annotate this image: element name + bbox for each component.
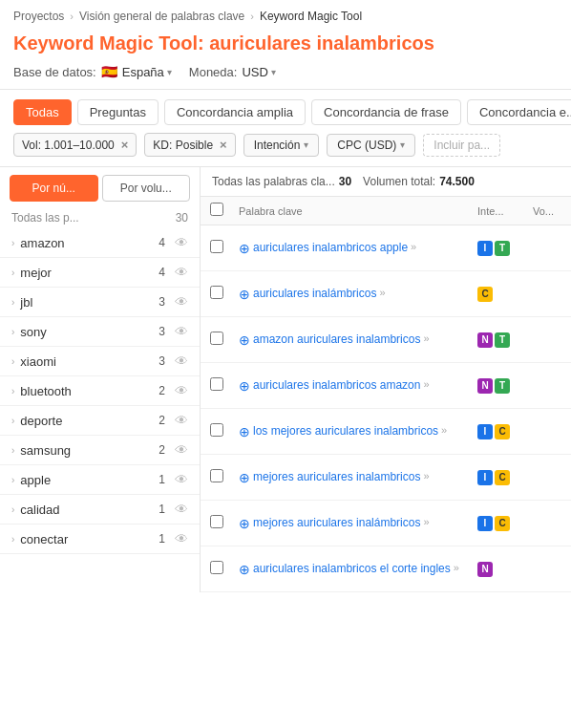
kw-expand-icon[interactable]: » <box>423 332 429 344</box>
eye-icon[interactable]: 👁 <box>175 502 188 517</box>
row-checkbox[interactable] <box>210 332 223 345</box>
tab-todas[interactable]: Todas <box>13 99 72 125</box>
table-header: Palabra clave Inte... Vo... <box>201 197 571 225</box>
chip-vol-remove[interactable]: × <box>121 138 129 152</box>
table-row: ⊕ mejores auriculares inalámbricos » IC <box>201 501 571 546</box>
badge-t: T <box>495 241 510 256</box>
row-intent: NT <box>477 378 527 394</box>
add-circle-icon[interactable]: ⊕ <box>239 562 250 577</box>
panel-item-label: apple <box>20 473 155 487</box>
row-checkbox[interactable] <box>210 286 223 299</box>
eye-icon[interactable]: 👁 <box>175 413 188 428</box>
panel-item-samsung[interactable]: › samsung 2 👁 <box>0 436 200 465</box>
add-circle-icon[interactable]: ⊕ <box>239 241 250 256</box>
kw-text[interactable]: los mejores auriculares inalambricos <box>253 424 438 438</box>
select-all-checkbox[interactable] <box>210 203 223 216</box>
tab-preguntas[interactable]: Preguntas <box>77 99 159 125</box>
filter-chips-row: Vol: 1.001–10.000 × KD: Posible × Intenc… <box>0 133 571 166</box>
database-selector: Base de datos: 🇪🇸 España ▾ <box>13 64 172 79</box>
panel-item-bluetooth[interactable]: › bluetooth 2 👁 <box>0 376 200 406</box>
row-checkbox[interactable] <box>210 240 223 253</box>
row-checkbox[interactable] <box>210 469 223 482</box>
tab-concordancia-amplia[interactable]: Concordancia amplia <box>164 99 306 125</box>
row-keyword: ⊕ auriculares inalambricos amazon » <box>239 378 472 394</box>
kw-text[interactable]: auriculares inalambricos el corte ingles <box>253 562 451 575</box>
kw-text[interactable]: mejores auriculares inalambricos <box>253 470 420 483</box>
panel-tab-por-num[interactable]: Por nú... <box>10 175 98 202</box>
breadcrumb-vision[interactable]: Visión general de palabras clave <box>79 10 244 23</box>
row-keyword: ⊕ auriculares inalámbricos » <box>239 287 472 302</box>
kw-expand-icon[interactable]: » <box>441 424 447 436</box>
tab-concordancia-e[interactable]: Concordancia e... <box>467 99 571 125</box>
kw-text[interactable]: auriculares inalámbricos <box>253 287 376 300</box>
panel-item-conectar[interactable]: › conectar 1 👁 <box>0 525 200 554</box>
kw-text[interactable]: auriculares inalambricos amazon <box>253 378 420 392</box>
tab-concordancia-frase[interactable]: Concordancia de frase <box>311 99 461 125</box>
chip-intencion[interactable]: Intención ▾ <box>243 134 320 157</box>
badge-t: T <box>495 378 510 394</box>
kw-expand-icon[interactable]: » <box>423 516 429 527</box>
panel-item-deporte[interactable]: › deporte 2 👁 <box>0 406 200 436</box>
row-intent: C <box>477 287 527 302</box>
chip-incluir[interactable]: Incluir pa... <box>423 134 500 157</box>
row-checkbox-wrapper <box>210 286 233 302</box>
panel-item-amazon[interactable]: › amazon 4 👁 <box>0 228 200 258</box>
table-row: ⊕ mejores auriculares inalambricos » IC <box>201 455 571 501</box>
kw-expand-icon[interactable]: » <box>411 241 416 252</box>
panel-item-sony[interactable]: › sony 3 👁 <box>0 317 200 347</box>
badge-n: N <box>477 562 493 577</box>
panel-item-count: 2 <box>159 414 165 427</box>
eye-icon[interactable]: 👁 <box>175 442 188 458</box>
currency-dropdown[interactable]: USD ▾ <box>242 65 275 79</box>
kw-expand-icon[interactable]: » <box>454 562 459 573</box>
eye-icon[interactable]: 👁 <box>175 235 188 250</box>
eye-icon[interactable]: 👁 <box>175 353 188 369</box>
row-checkbox[interactable] <box>210 377 223 391</box>
add-circle-icon[interactable]: ⊕ <box>239 378 250 394</box>
page-title: Keyword Magic Tool: auriculares inalambr… <box>0 29 571 64</box>
breadcrumb: Proyectos › Visión general de palabras c… <box>0 0 571 29</box>
panel-item-xiaomi[interactable]: › xiaomi 3 👁 <box>0 347 200 376</box>
right-panel: Todas las palabras cla... 30 Volumen tot… <box>201 167 571 592</box>
add-circle-icon[interactable]: ⊕ <box>239 470 250 485</box>
eye-icon[interactable]: 👁 <box>175 294 188 310</box>
eye-icon[interactable]: 👁 <box>175 383 188 398</box>
eye-icon[interactable]: 👁 <box>175 324 188 339</box>
chevron-down-icon-intencion: ▾ <box>304 139 308 150</box>
country-dropdown[interactable]: España ▾ <box>122 65 172 79</box>
row-checkbox[interactable] <box>210 515 223 528</box>
kw-expand-icon[interactable]: » <box>423 378 429 390</box>
eye-icon[interactable]: 👁 <box>175 531 188 546</box>
chip-kd-remove[interactable]: × <box>220 138 227 152</box>
chevron-down-icon-cpc: ▾ <box>400 139 405 150</box>
main-layout: Por nú... Por volu... Todas las p... 30 … <box>0 166 571 592</box>
kw-text[interactable]: mejores auriculares inalámbricos <box>253 516 420 529</box>
add-circle-icon[interactable]: ⊕ <box>239 332 250 348</box>
eye-icon[interactable]: 👁 <box>175 265 188 280</box>
kw-text[interactable]: amazon auriculares inalambricos <box>253 332 420 346</box>
panel-item-apple[interactable]: › apple 1 👁 <box>0 465 200 495</box>
panel-item-count: 2 <box>159 384 165 397</box>
badge-c: C <box>495 470 510 485</box>
chip-cpc[interactable]: CPC (USD) ▾ <box>327 134 415 157</box>
row-keyword: ⊕ auriculares inalambricos apple » <box>239 241 472 256</box>
eye-icon[interactable]: 👁 <box>175 472 188 487</box>
panel-item-mejor[interactable]: › mejor 4 👁 <box>0 258 200 288</box>
row-checkbox[interactable] <box>210 561 223 574</box>
kw-link: ⊕ mejores auriculares inalámbricos » <box>239 516 472 531</box>
panel-item-calidad[interactable]: › calidad 1 👁 <box>0 495 200 525</box>
badge-i: I <box>477 424 493 439</box>
kw-text[interactable]: auriculares inalambricos apple <box>253 241 408 254</box>
panel-item-count: 3 <box>159 325 165 338</box>
panel-item-jbl[interactable]: › jbl 3 👁 <box>0 288 200 317</box>
row-checkbox[interactable] <box>210 423 223 437</box>
add-circle-icon[interactable]: ⊕ <box>239 516 250 531</box>
add-circle-icon[interactable]: ⊕ <box>239 287 250 302</box>
filter-tabs-row: Todas Preguntas Concordancia amplia Conc… <box>0 90 571 133</box>
add-circle-icon[interactable]: ⊕ <box>239 424 250 439</box>
kw-expand-icon[interactable]: » <box>423 470 429 482</box>
breadcrumb-proyectos[interactable]: Proyectos <box>13 10 64 23</box>
panel-tab-por-vol[interactable]: Por volu... <box>102 175 191 202</box>
kw-expand-icon[interactable]: » <box>379 287 385 298</box>
chip-vol: Vol: 1.001–10.000 × <box>13 133 137 157</box>
